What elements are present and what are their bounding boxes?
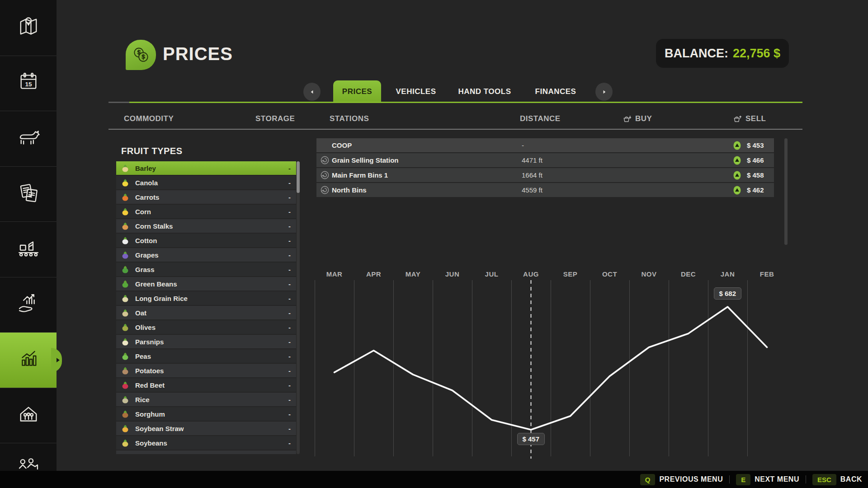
fruit-row-long-grain-rice[interactable]: Long Grain Rice- — [116, 291, 296, 305]
fruit-label: Carrots — [135, 193, 159, 201]
fruit-label: Soybeans — [135, 439, 167, 447]
tabs-prev-button[interactable] — [303, 83, 321, 101]
fruit-row-rice[interactable]: Rice- — [116, 393, 296, 406]
tab-finances[interactable]: FINANCES — [524, 80, 587, 103]
column-storage: STORAGE — [255, 114, 295, 123]
footer-bar: QPREVIOUS MENUENEXT MENUESCBACK — [0, 471, 868, 488]
footer-hint-back[interactable]: ESCBACK — [812, 474, 862, 485]
station-sell-price: $ 458 — [747, 171, 764, 179]
fruit-row-barley[interactable]: Barley- — [116, 161, 296, 175]
map-icon — [15, 14, 42, 42]
station-row-main-farm-bins-1[interactable]: Main Farm Bins 11664 ft$ 458 — [316, 168, 774, 182]
fruit-row-grass[interactable]: Grass- — [116, 263, 296, 276]
fruit-row-sorghum[interactable]: Sorghum- — [116, 407, 296, 421]
fruit-row-green-beans[interactable]: Green Beans- — [116, 277, 296, 291]
fruit-row-corn-stalks[interactable]: Corn Stalks- — [116, 219, 296, 233]
station-name: Main Farm Bins 1 — [332, 171, 388, 179]
fruit-label: Cotton — [135, 237, 157, 244]
fruit-row-carrots[interactable]: Carrots- — [116, 190, 296, 204]
fruit-row-peas[interactable]: Peas- — [116, 349, 296, 363]
sidebar-item-contracts[interactable] — [0, 166, 57, 222]
station-distance: - — [522, 141, 524, 149]
fruit-row-soybeans[interactable]: Soybeans- — [116, 436, 296, 450]
sidebar-item-animals[interactable] — [0, 111, 57, 166]
station-name: North Bins — [332, 186, 367, 194]
fruit-row-olives[interactable]: Olives- — [116, 320, 296, 334]
storage-value: - — [288, 309, 291, 317]
fruit-label: Olives — [135, 324, 156, 331]
storage-value: - — [288, 280, 291, 288]
tab-prices[interactable]: PRICES — [333, 80, 381, 103]
sidebar-item-calendar[interactable]: 15 — [0, 56, 57, 111]
station-row-coop[interactable]: COOP-$ 453 — [316, 138, 774, 152]
production-icon — [15, 235, 42, 263]
storage-value: - — [288, 338, 291, 346]
footer-separator — [806, 475, 806, 483]
fruit-label: Oat — [135, 309, 146, 317]
fruit-row-corn[interactable]: Corn- — [116, 205, 296, 218]
storage-value: - — [288, 179, 291, 187]
sidebar-item-map[interactable] — [0, 0, 57, 56]
column-buy-label: BUY — [635, 114, 652, 123]
balance-badge: BALANCE: 22,756 $ — [656, 39, 789, 68]
crop-icon — [121, 236, 130, 245]
fruit-label: Potatoes — [135, 367, 164, 375]
fruit-label: Sorghum — [135, 410, 165, 418]
crop-icon — [121, 178, 130, 187]
fruit-label: Peas — [135, 352, 151, 360]
fruit-row-red-beet[interactable]: Red Beet- — [116, 378, 296, 392]
sell-basket-icon — [733, 115, 742, 123]
station-row-grain-selling-station[interactable]: Grain Selling Station4471 ft$ 466 — [316, 153, 774, 167]
crop-icon — [121, 380, 130, 389]
buy-basket-icon — [623, 115, 632, 123]
tab-vehicles[interactable]: VEHICLES — [387, 80, 445, 103]
footer-hint-next-menu[interactable]: ENEXT MENU — [736, 474, 799, 485]
storage-value: - — [288, 324, 291, 331]
fruit-label: Canola — [135, 179, 158, 187]
tabs-next-button[interactable] — [595, 83, 613, 101]
fruit-panel-heading: FRUIT TYPES — [121, 146, 183, 156]
sidebar-item-production[interactable] — [0, 221, 57, 277]
hint-label: NEXT MENU — [755, 475, 799, 483]
storage-value: - — [288, 193, 291, 201]
station-hotspot-icon — [320, 155, 330, 165]
sidebar-item-statistics[interactable] — [0, 332, 57, 388]
finances-icon — [15, 291, 42, 319]
crop-icon — [121, 207, 130, 216]
fruit-list-clipped-row — [116, 450, 296, 454]
station-sell-price: $ 453 — [747, 141, 764, 149]
fruit-label: Long Grain Rice — [135, 295, 188, 302]
footer-hint-previous-menu[interactable]: QPREVIOUS MENU — [640, 474, 723, 485]
fruit-row-soybean-straw[interactable]: Soybean Straw- — [116, 422, 296, 435]
station-row-north-bins[interactable]: North Bins4559 ft$ 462 — [316, 183, 774, 197]
tab-hand-tools[interactable]: HAND TOOLS — [451, 80, 519, 103]
sidebar-item-finances[interactable] — [0, 277, 57, 333]
fruit-list-scrollbar[interactable] — [297, 161, 300, 454]
storage-value: - — [288, 266, 291, 273]
fruit-row-parsnips[interactable]: Parsnips- — [116, 335, 296, 348]
stations-scrollbar[interactable] — [784, 138, 788, 245]
sidebar: 15 — [0, 0, 57, 471]
trend-up-icon — [733, 156, 741, 165]
fruit-label: Corn — [135, 208, 151, 216]
storage-value: - — [288, 352, 291, 360]
crop-icon — [121, 395, 130, 404]
svg-text:15: 15 — [25, 81, 32, 88]
fruit-label: Barley — [135, 164, 156, 172]
crop-icon — [121, 424, 130, 433]
fruit-row-oat[interactable]: Oat- — [116, 306, 296, 319]
sidebar-item-farm[interactable] — [0, 388, 57, 443]
statistics-icon — [15, 346, 42, 374]
stations-panel: COOP-$ 453Grain Selling Station4471 ft$ … — [316, 138, 774, 198]
sidebar-item-workers[interactable] — [0, 443, 57, 471]
fruit-row-grapes[interactable]: Grapes- — [116, 248, 296, 262]
column-distance: DISTANCE — [520, 114, 561, 123]
storage-value: - — [288, 425, 291, 432]
fruit-row-cotton[interactable]: Cotton- — [116, 234, 296, 247]
fruit-row-canola[interactable]: Canola- — [116, 176, 296, 189]
fruit-row-potatoes[interactable]: Potatoes- — [116, 364, 296, 377]
station-sell-price: $ 462 — [747, 186, 764, 194]
fruit-list-scrollbar-thumb[interactable] — [297, 161, 300, 193]
price-tooltip-jan: $ 682 — [714, 287, 742, 300]
fruit-label: Green Beans — [135, 280, 177, 288]
